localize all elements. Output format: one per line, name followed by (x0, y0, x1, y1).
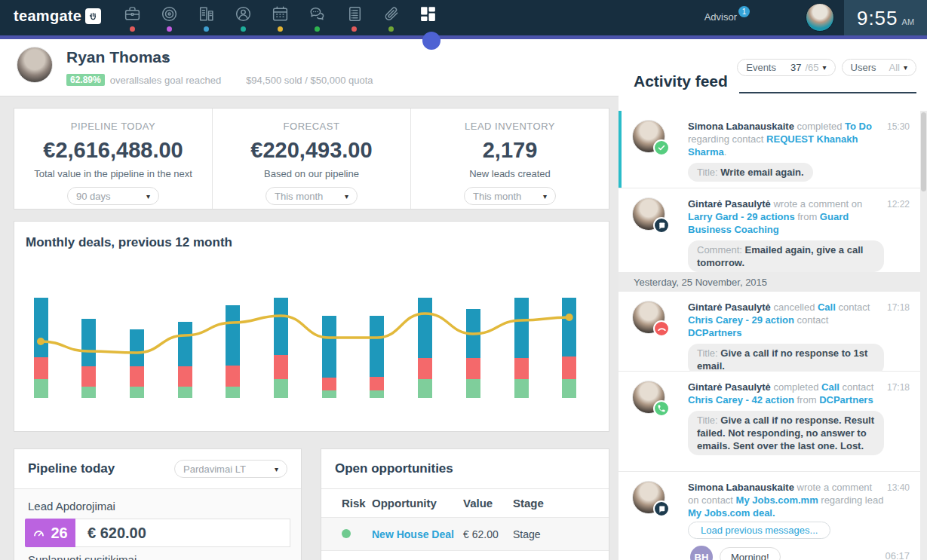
line-endpoint-dot (566, 314, 573, 321)
feed-text-name[interactable]: Simona Labanauskaite (688, 121, 794, 132)
kpi-summary-card: PIPELINE TODAY€2,616,488.00Total value i… (14, 108, 609, 210)
kpi-period-select[interactable]: This month▾ (266, 187, 358, 205)
column-stage: Stage (513, 497, 544, 510)
feed-text-muted: wrote a comment on (771, 198, 862, 210)
advisor-notification-badge: 1 (738, 6, 750, 17)
risk-indicator-dot (342, 529, 351, 538)
feed-item-time: 12:22 (887, 199, 910, 210)
nav-item-target[interactable] (151, 0, 188, 35)
teamgate-logo[interactable]: teamgate (14, 8, 101, 25)
pipeline-filter-select[interactable]: Pardavimai LT ▾ (174, 460, 287, 478)
opportunity-link[interactable]: New House Deal (372, 528, 463, 540)
top-nav: teamgate Advisor 1 9:55 AM (0, 0, 927, 35)
feed-text-name[interactable]: Gintarė Pasaulytė (688, 301, 771, 313)
pipeline-filter-value: Pardavimai LT (183, 464, 246, 475)
feed-text-name[interactable]: Simona Labanauskaite (688, 482, 794, 493)
chat-message-bubble: Morning! (720, 547, 781, 560)
kpi-period-select[interactable]: This month▾ (464, 187, 556, 205)
feed-item-note: Title: Give a call if no response to 1st… (688, 344, 884, 375)
nav-item-chat[interactable] (299, 0, 336, 35)
feed-scrollbar-thumb[interactable] (921, 112, 926, 191)
feed-item-note: Title: Give a call if no response. Resul… (688, 411, 884, 455)
feed-text-muted: . (724, 146, 727, 158)
feed-text-link[interactable]: To Do (845, 121, 872, 132)
chevron-down-icon: ▾ (543, 192, 547, 200)
chevron-down-icon: ▾ (823, 63, 827, 72)
opportunity-value: € 62.00 (463, 528, 513, 540)
advisor-label: Advisor (704, 11, 737, 23)
phone-down-badge (653, 320, 670, 337)
feed-text-link[interactable]: Call (821, 381, 840, 393)
feed-item: 13:40Simona Labanauskaite wrote a commen… (619, 472, 920, 520)
feed-item-text: Gintarė Pasaulytė wrote a comment on Lar… (688, 197, 884, 272)
clock-time: 9:55 (857, 7, 898, 30)
feed-text-link[interactable]: My Jobs.com deal. (688, 507, 775, 519)
nav-item-notes[interactable] (336, 0, 373, 35)
feed-scrollbar[interactable] (920, 111, 927, 560)
pipeline-stage-label: Lead Apdorojimai (28, 500, 290, 513)
profile-name[interactable]: Ryan Thomas (66, 48, 170, 66)
note-text: Write email again. (720, 167, 803, 178)
feed-item-text: Gintarė Pasaulytė completed Call contact… (688, 381, 884, 455)
feed-text-link[interactable]: Chris Carey - 42 action (688, 394, 794, 405)
feed-text-name[interactable]: Gintarė Pasaulytė (688, 198, 771, 210)
feed-text-link[interactable]: My Jobs.com.mm (736, 494, 818, 506)
pipeline-today-panel: Pipeline today Pardavimai LT ▾ Lead Apdo… (14, 448, 302, 560)
nav-item-paperclip[interactable] (373, 0, 410, 35)
opportunity-row[interactable]: New House Deal€ 62.00Stage (321, 517, 609, 551)
opportunities-table-body: New House Deal€ 62.00Stage (321, 517, 609, 551)
chevron-down-icon[interactable]: ▼ (161, 54, 170, 63)
nav-status-dot (130, 26, 135, 32)
feed-item: 17:18Gintarė Pasaulytė cancelled Call co… (619, 292, 920, 372)
chat-avatar[interactable]: BH (690, 546, 713, 560)
kpi-value: €220,493.00 (213, 138, 410, 163)
phone-badge (653, 400, 670, 417)
gauge-icon (32, 527, 45, 540)
feed-text-muted: from (794, 394, 819, 405)
users-filter-select[interactable]: Users All ▾ (842, 59, 916, 76)
line-endpoint-dot (37, 338, 45, 345)
nav-accent-strip (0, 35, 927, 39)
kpi-lead-inventory: LEAD INVENTORY2,179New leads createdThis… (410, 109, 609, 209)
nav-item-briefcase[interactable] (114, 0, 151, 35)
user-avatar[interactable] (806, 3, 834, 32)
nav-status-dot (351, 26, 357, 32)
nav-item-contact[interactable] (225, 0, 262, 35)
feed-text-link[interactable]: Call (818, 301, 836, 313)
events-filter-label: Events (746, 62, 776, 73)
kpi-value: €2,616,488.00 (14, 138, 212, 163)
note-label: Title: (697, 415, 720, 426)
activity-feed: Events 37/65 ▾ Users All ▾ Activity feed… (619, 39, 927, 560)
advisor-menu[interactable]: Advisor 1 (704, 11, 737, 23)
kpi-period-select[interactable]: 90 days▾ (67, 187, 159, 205)
feed-text-link[interactable]: DCPartners (688, 327, 742, 338)
kpi-description: New leads created (411, 168, 609, 179)
feed-text-link[interactable]: Chris Carey - 29 action (688, 314, 794, 326)
nav-item-dashboard-active[interactable] (410, 0, 447, 35)
goal-percent-badge: 62.89% (66, 74, 105, 86)
profile-header: Ryan Thomas ▼ 62.89% overallsales goal r… (0, 39, 619, 96)
feed-text-link[interactable]: DCPartners (819, 394, 873, 405)
load-previous-messages-button[interactable]: Load previous messages... (688, 522, 830, 539)
feed-text-muted: contact (840, 381, 874, 393)
trend-line (25, 292, 598, 398)
nav-item-company[interactable] (188, 0, 225, 35)
note-label: Comment: (697, 244, 745, 256)
feed-text-link[interactable]: Larry Gard - 29 actions (688, 211, 795, 222)
events-filter-select[interactable]: Events 37/65 ▾ (737, 59, 835, 76)
teamgate-hand-icon (85, 8, 101, 24)
nav-status-dot (388, 26, 394, 32)
kpi-forecast: FORECAST€220,493.00Based on our pipeline… (212, 109, 410, 209)
feed-item: 15:30Simona Labanauskaite completed To D… (619, 111, 920, 188)
nav-status-dot (315, 26, 320, 32)
comment-badge (653, 500, 670, 517)
kpi-label: LEAD INVENTORY (411, 121, 609, 132)
profile-avatar[interactable] (17, 47, 53, 83)
monthly-deals-chart-card: Monthly deals, previous 12 month (14, 221, 609, 432)
feed-item-note: Title: Write email again. (688, 163, 813, 182)
pipeline-stage-stat[interactable]: 26 € 620.00 (25, 519, 290, 547)
quota-text: $94,500 sold / $50,000 quota (246, 75, 373, 86)
feed-text-name[interactable]: Gintarė Pasaulytė (688, 381, 771, 393)
nav-item-calendar[interactable] (262, 0, 299, 35)
column-value: Value (463, 497, 513, 510)
